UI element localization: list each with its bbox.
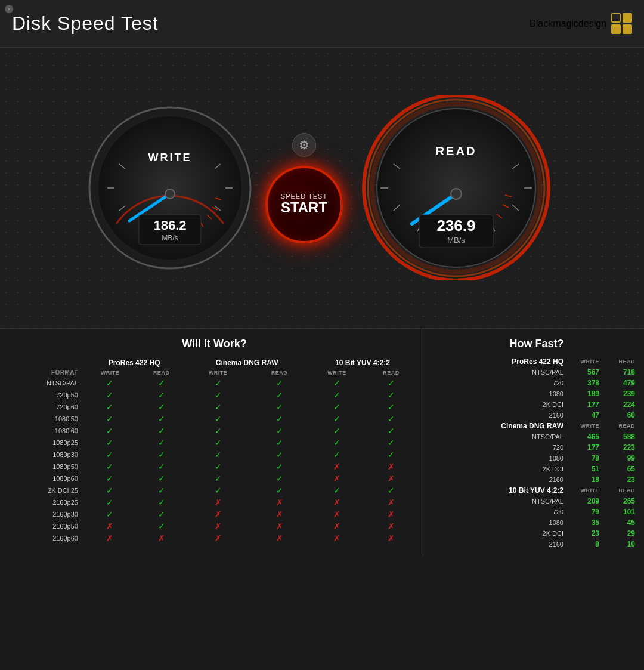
format-cell: NTSC/PAL (12, 377, 83, 389)
hf-section-name: ProRes 422 HQ (435, 356, 566, 367)
check-cell: ✓ (83, 413, 137, 425)
table-row: 2160p25✓✓✗✗✗✗ (12, 496, 417, 508)
check-cell: ✓ (308, 437, 366, 449)
check-icon: ✓ (106, 462, 113, 471)
hf-section-name: 10 Bit YUV 4:2:2 (435, 485, 566, 496)
check-icon: ✓ (276, 414, 283, 424)
check-icon: ✓ (158, 510, 165, 519)
check-cell: ✓ (308, 389, 366, 401)
check-icon: ✓ (158, 498, 165, 507)
start-button[interactable]: SPEED TEST START (265, 166, 343, 243)
format-cell: 2160p50 (12, 520, 83, 532)
check-cell: ✓ (137, 520, 185, 532)
check-icon: ✓ (215, 402, 222, 412)
format-cell: 1080i60 (12, 425, 83, 437)
check-icon: ✓ (215, 462, 222, 471)
hf-write-val: 23 (566, 528, 602, 539)
check-icon: ✓ (106, 510, 113, 519)
check-cell: ✗ (308, 496, 366, 508)
check-cell: ✓ (366, 484, 417, 496)
read-gauge-svg: 236.9 MB/s READ (355, 95, 558, 280)
hf-read-val: 239 (602, 388, 638, 399)
check-cell: ✓ (83, 449, 137, 461)
check-cell: ✓ (137, 473, 185, 484)
check-icon: ✓ (333, 438, 340, 447)
svg-text:236.9: 236.9 (436, 217, 475, 234)
check-cell: ✗ (185, 508, 250, 520)
check-icon: ✓ (333, 378, 340, 388)
x-icon: ✗ (333, 510, 340, 519)
x-icon: ✗ (333, 521, 340, 531)
hf-label: 2K DCI (435, 528, 566, 539)
check-cell: ✗ (137, 532, 185, 544)
hf-write-val: 51 (566, 464, 602, 474)
check-icon: ✓ (215, 450, 222, 459)
check-icon: ✓ (276, 450, 283, 459)
logo-cell-3 (611, 24, 621, 34)
x-icon: ✗ (333, 498, 340, 507)
table-row: 1080p25✓✓✓✓✓✓ (12, 437, 417, 449)
check-cell: ✗ (83, 532, 137, 544)
check-cell: ✓ (83, 461, 137, 473)
hf-data-row: 10807899 (435, 453, 638, 464)
hf-read-val: 60 (602, 410, 638, 421)
check-icon: ✓ (215, 486, 222, 495)
x-icon: ✗ (333, 462, 340, 471)
brand-area: Blackmagicdesign (530, 13, 632, 34)
format-cell: 1080p25 (12, 437, 83, 449)
check-icon: ✓ (158, 438, 165, 447)
hf-write-val: 177 (566, 442, 602, 453)
read-col-header: READ (602, 421, 638, 431)
check-cell: ✓ (137, 496, 185, 508)
check-cell: ✓ (185, 437, 250, 449)
check-icon: ✓ (333, 486, 340, 495)
x-icon: ✗ (276, 521, 283, 531)
check-icon: ✓ (106, 498, 113, 507)
check-cell: ✗ (366, 520, 417, 532)
hf-label: 2K DCI (435, 464, 566, 474)
x-icon: ✗ (215, 521, 222, 531)
check-cell: ✓ (185, 449, 250, 461)
hf-write-val: 8 (566, 539, 602, 549)
check-icon: ✓ (158, 521, 165, 531)
check-cell: ✗ (250, 520, 308, 532)
write-col-header: WRITE (566, 356, 602, 367)
check-cell: ✓ (250, 389, 308, 401)
check-icon: ✓ (106, 402, 113, 412)
table-row: 2160p60✗✗✗✗✗✗ (12, 532, 417, 544)
check-cell: ✓ (366, 389, 417, 401)
table-row: 2K DCI 25✓✓✓✓✓✓ (12, 484, 417, 496)
hf-data-row: 720177223 (435, 442, 638, 453)
table-row: 1080p50✓✓✓✓✗✗ (12, 461, 417, 473)
hf-read-val: 223 (602, 442, 638, 453)
x-icon: ✗ (388, 462, 395, 471)
check-icon: ✓ (215, 378, 222, 388)
check-cell: ✗ (250, 508, 308, 520)
x-icon: ✗ (333, 474, 340, 483)
check-icon: ✓ (388, 426, 395, 436)
check-icon: ✓ (276, 486, 283, 495)
hf-data-row: NTSC/PAL209265 (435, 496, 638, 507)
svg-text:186.2: 186.2 (153, 218, 186, 233)
will-it-work-body: NTSC/PAL✓✓✓✓✓✓720p50✓✓✓✓✓✓720p60✓✓✓✓✓✓10… (12, 377, 417, 544)
format-cell: 1080i50 (12, 413, 83, 425)
settings-button[interactable]: ⚙ (292, 133, 316, 157)
how-fast-title: How Fast? (435, 338, 638, 350)
format-cell: 1080p60 (12, 473, 83, 484)
hf-read-val: 10 (602, 539, 638, 549)
close-button[interactable]: × (5, 5, 13, 13)
check-icon: ✓ (276, 402, 283, 412)
check-cell: ✓ (83, 437, 137, 449)
check-cell: ✓ (137, 508, 185, 520)
how-fast-panel: How Fast? ProRes 422 HQWRITEREADNTSC/PAL… (423, 329, 644, 555)
gauges-section: 186.2 MB/s WRITE ⚙ SPEED TEST START (0, 48, 644, 328)
check-icon: ✓ (333, 450, 340, 459)
check-icon: ✓ (158, 474, 165, 483)
check-cell: ✓ (137, 425, 185, 437)
table-row: 720p60✓✓✓✓✓✓ (12, 401, 417, 413)
x-icon: ✗ (276, 533, 283, 543)
check-cell: ✓ (366, 377, 417, 389)
check-cell: ✓ (185, 425, 250, 437)
format-cell: 1080p50 (12, 461, 83, 473)
check-cell: ✓ (366, 449, 417, 461)
